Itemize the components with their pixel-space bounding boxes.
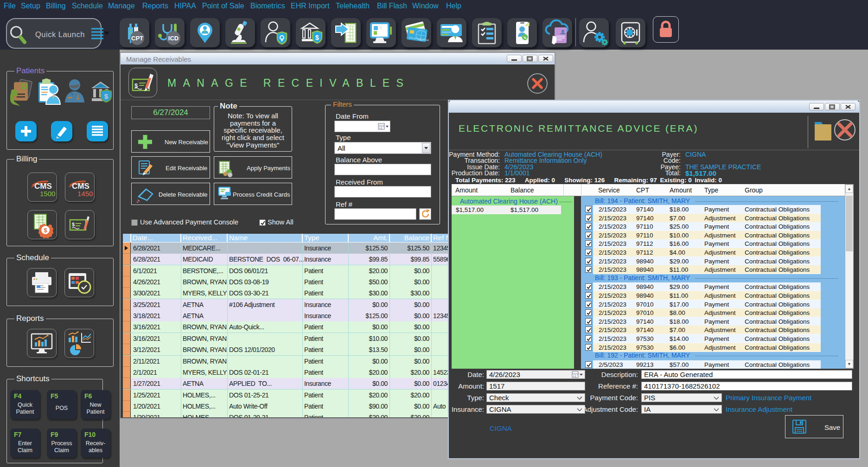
svg-text:$: $ [44, 227, 47, 234]
svg-text:1450: 1450 [77, 190, 93, 198]
svg-text:1500: 1500 [40, 190, 55, 198]
svg-text:$: $ [315, 34, 319, 41]
svg-text:$: $ [104, 92, 108, 100]
svg-text:CPT: CPT [131, 35, 143, 42]
svg-text:$: $ [72, 222, 75, 227]
svg-text:ICD: ICD [168, 35, 179, 42]
